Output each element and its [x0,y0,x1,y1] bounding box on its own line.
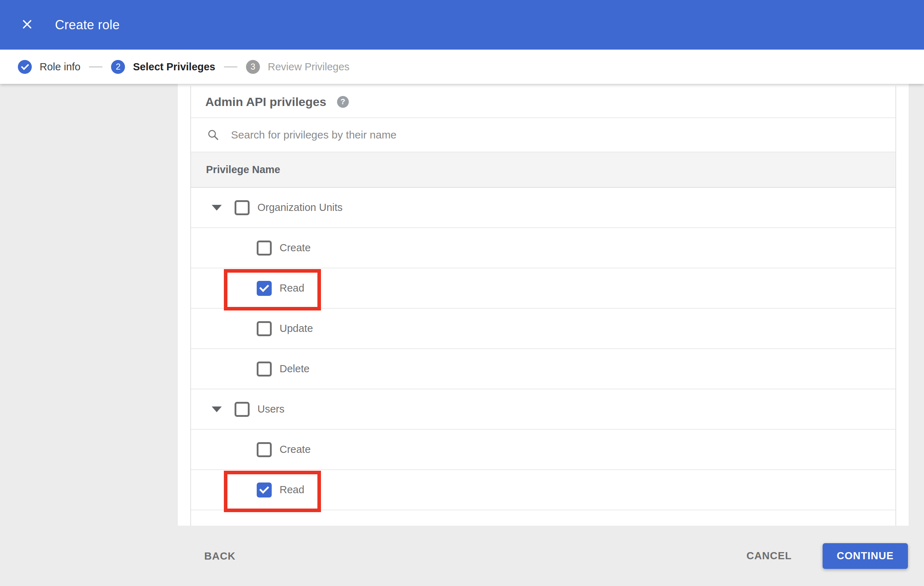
search-row [191,118,896,152]
step-connector [89,66,102,67]
close-icon [20,17,34,33]
privilege-search-input[interactable] [230,128,731,142]
privilege-row-create: Create [191,430,896,470]
privilege-rows: Organization UnitsCreateReadUpdateDelete… [191,188,896,510]
panel-title: Admin API privileges [205,95,326,109]
create-role-dialog: Create role Role info 2 Select Privilege… [0,0,924,586]
red-highlight-box [224,471,321,512]
step-review-privileges[interactable]: 3 Review Privileges [246,60,350,74]
red-highlight-box [224,269,321,311]
panel-title-row: Admin API privileges ? [191,86,896,118]
content-card: Admin API privileges ? Privilege Name Or… [178,84,909,526]
privilege-row-users: Users [191,389,896,430]
privilege-label: Organization Units [257,202,343,213]
checkbox-delete[interactable] [257,362,272,377]
step-label-review-privileges: Review Privileges [268,61,350,73]
privilege-row-read: Read [191,268,896,309]
step-select-privileges[interactable]: 2 Select Privileges [111,60,215,74]
step-connector [224,66,238,67]
privilege-label: Users [257,403,285,415]
checkbox-create[interactable] [257,240,272,255]
column-header-privilege-name: Privilege Name [206,164,280,176]
step-number-3: 3 [246,60,260,74]
step-role-info[interactable]: Role info [18,60,80,74]
expand-arrow-icon[interactable] [212,407,222,412]
help-icon[interactable]: ? [337,96,349,108]
privilege-row-organization-units: Organization Units [191,188,896,228]
checkbox-update[interactable] [257,321,272,336]
privilege-row-cutoff [191,510,896,526]
table-header-row: Privilege Name [191,152,896,188]
privilege-label: Delete [280,363,310,375]
step-label-select-privileges: Select Privileges [133,61,215,73]
step-complete-check-icon [18,60,32,74]
privileges-table: Admin API privileges ? Privilege Name Or… [190,86,896,526]
continue-button[interactable]: CONTINUE [823,543,908,569]
cancel-button[interactable]: CANCEL [744,550,794,562]
dialog-title: Create role [55,18,120,33]
checkbox-organization-units[interactable] [234,200,249,215]
checkbox-users[interactable] [234,402,249,417]
footer-bar: BACK CANCEL CONTINUE [0,526,924,586]
app-bar: Create role [0,0,924,49]
stepper: Role info 2 Select Privileges 3 Review P… [0,49,924,84]
privilege-label: Create [280,444,310,455]
search-icon [207,128,219,142]
expand-arrow-icon[interactable] [212,205,222,211]
checkbox-create[interactable] [257,442,272,457]
privilege-row-create: Create [191,228,896,268]
close-button[interactable] [19,17,35,33]
step-number-2: 2 [111,60,125,74]
privilege-row-update: Update [191,309,896,349]
privilege-label: Create [280,242,310,254]
privilege-label: Update [280,323,313,334]
footer-actions: CANCEL CONTINUE [744,526,908,586]
privilege-row-read: Read [191,470,896,510]
privilege-row-delete: Delete [191,349,896,389]
back-button[interactable]: BACK [202,550,238,562]
step-label-role-info: Role info [40,61,80,73]
